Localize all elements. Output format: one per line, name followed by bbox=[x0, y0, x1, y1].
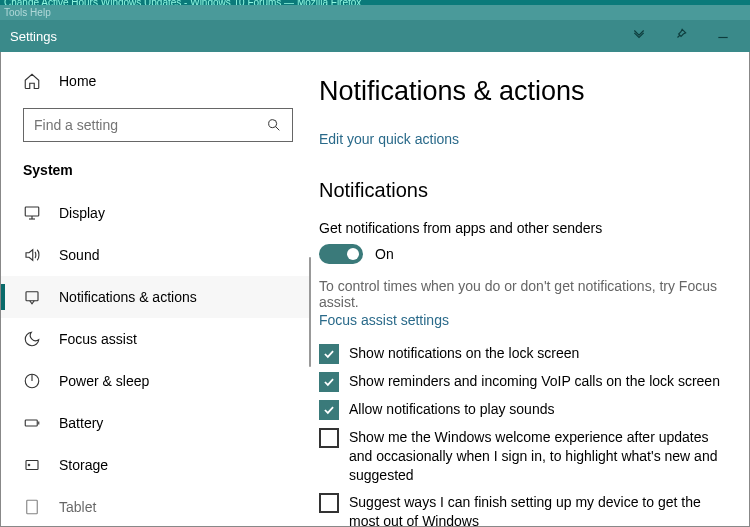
sync-icon[interactable] bbox=[632, 27, 646, 45]
checkbox-label: Show me the Windows welcome experience a… bbox=[349, 428, 729, 485]
storage-icon bbox=[23, 456, 41, 474]
sidebar-item-power-sleep[interactable]: Power & sleep bbox=[1, 360, 311, 402]
sidebar-item-storage[interactable]: Storage bbox=[1, 444, 311, 486]
sidebar-item-sound[interactable]: Sound bbox=[1, 234, 311, 276]
checkbox[interactable] bbox=[319, 372, 339, 392]
minimize-icon[interactable] bbox=[716, 27, 730, 45]
sidebar-item-focus-assist[interactable]: Focus assist bbox=[1, 318, 311, 360]
sidebar-item-label: Battery bbox=[59, 415, 103, 431]
sidebar-item-tablet[interactable]: Tablet bbox=[1, 486, 311, 527]
sidebar-item-label: Focus assist bbox=[59, 331, 137, 347]
nav-list: Display Sound Notifications & actions Fo… bbox=[1, 192, 311, 527]
browser-menu-bar: Tools Help bbox=[0, 5, 750, 20]
focus-assist-settings-link[interactable]: Focus assist settings bbox=[319, 312, 729, 328]
search-input[interactable] bbox=[34, 117, 266, 133]
svg-rect-6 bbox=[26, 292, 38, 301]
sidebar-item-label: Notifications & actions bbox=[59, 289, 197, 305]
edit-quick-actions-link[interactable]: Edit your quick actions bbox=[319, 131, 729, 147]
search-box[interactable] bbox=[23, 108, 293, 142]
checkbox-label: Show reminders and incoming VoIP calls o… bbox=[349, 372, 720, 391]
content-area: Notifications & actions Edit your quick … bbox=[311, 52, 749, 526]
check-row: Suggest ways I can finish setting up my … bbox=[319, 493, 729, 526]
svg-rect-9 bbox=[25, 420, 37, 426]
sidebar-item-label: Sound bbox=[59, 247, 99, 263]
svg-line-2 bbox=[276, 127, 280, 131]
search-icon bbox=[266, 117, 282, 133]
checkbox-label: Suggest ways I can finish setting up my … bbox=[349, 493, 729, 526]
category-heading: System bbox=[1, 156, 311, 192]
checkbox[interactable] bbox=[319, 428, 339, 448]
checkbox[interactable] bbox=[319, 493, 339, 513]
toggle-state-text: On bbox=[375, 246, 394, 262]
sidebar-item-notifications[interactable]: Notifications & actions bbox=[1, 276, 311, 318]
battery-icon bbox=[23, 414, 41, 432]
moon-icon bbox=[23, 330, 41, 348]
sidebar-item-label: Power & sleep bbox=[59, 373, 149, 389]
checkbox[interactable] bbox=[319, 400, 339, 420]
window-title-bar: Settings bbox=[0, 20, 750, 52]
monitor-icon bbox=[23, 204, 41, 222]
tablet-icon bbox=[23, 498, 41, 516]
svg-point-1 bbox=[269, 120, 277, 128]
svg-rect-13 bbox=[27, 500, 38, 514]
home-nav[interactable]: Home bbox=[1, 62, 311, 100]
notifications-toggle-label: Get notifications from apps and other se… bbox=[319, 220, 729, 236]
page-title: Notifications & actions bbox=[319, 76, 729, 107]
power-icon bbox=[23, 372, 41, 390]
sidebar-item-label: Tablet bbox=[59, 499, 96, 515]
svg-rect-3 bbox=[25, 207, 39, 216]
check-row: Show reminders and incoming VoIP calls o… bbox=[319, 372, 729, 392]
sound-icon bbox=[23, 246, 41, 264]
sidebar: Home System Display Sound Notifications … bbox=[1, 52, 311, 526]
checkbox-label: Show notifications on the lock screen bbox=[349, 344, 579, 363]
focus-assist-hint: To control times when you do or don't ge… bbox=[319, 278, 729, 310]
checkbox[interactable] bbox=[319, 344, 339, 364]
notification-icon bbox=[23, 288, 41, 306]
checkbox-label: Allow notifications to play sounds bbox=[349, 400, 554, 419]
window-title: Settings bbox=[10, 29, 57, 44]
sidebar-item-battery[interactable]: Battery bbox=[1, 402, 311, 444]
svg-point-12 bbox=[28, 464, 30, 466]
check-row: Show me the Windows welcome experience a… bbox=[319, 428, 729, 485]
home-label: Home bbox=[59, 73, 96, 89]
sidebar-item-display[interactable]: Display bbox=[1, 192, 311, 234]
section-heading: Notifications bbox=[319, 179, 729, 202]
check-row: Allow notifications to play sounds bbox=[319, 400, 729, 420]
home-icon bbox=[23, 72, 41, 90]
sidebar-item-label: Display bbox=[59, 205, 105, 221]
scrollbar-indicator[interactable] bbox=[309, 257, 311, 367]
pin-icon[interactable] bbox=[674, 27, 688, 45]
notifications-toggle[interactable] bbox=[319, 244, 363, 264]
sidebar-item-label: Storage bbox=[59, 457, 108, 473]
check-row: Show notifications on the lock screen bbox=[319, 344, 729, 364]
